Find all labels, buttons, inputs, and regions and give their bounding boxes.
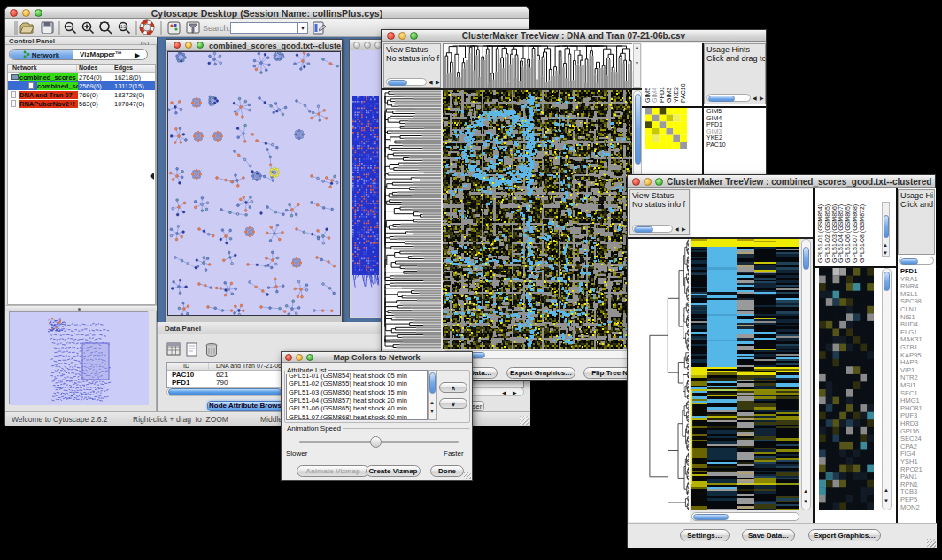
svg-text:1:1: 1:1 xyxy=(120,25,127,29)
